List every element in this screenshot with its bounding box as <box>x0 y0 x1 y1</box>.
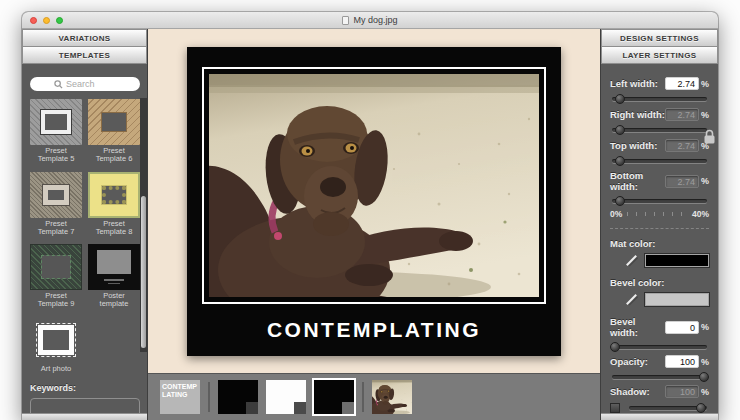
photo-layer-thumbnail <box>372 380 412 414</box>
left-width-slider[interactable] <box>612 97 707 101</box>
template-thumbnail <box>88 172 140 218</box>
template-search[interactable] <box>30 77 140 91</box>
bevel-color-label: Bevel color: <box>610 277 709 288</box>
tab-variations[interactable]: VARIATIONS <box>22 29 147 47</box>
search-input[interactable] <box>66 79 116 89</box>
template-scrollbar-track[interactable] <box>140 98 147 352</box>
shadow-checkbox[interactable] <box>610 403 620 413</box>
layer-text[interactable]: CONTEMP LATING <box>160 380 200 414</box>
app-window: My dog.jpg VARIATIONS TEMPLATES <box>22 12 718 420</box>
desktop: My dog.jpg VARIATIONS TEMPLATES <box>0 0 740 420</box>
right-width-value: 2.74 <box>665 108 699 121</box>
keywords-label: Keywords: <box>30 383 139 393</box>
template-thumbnail <box>30 99 82 145</box>
templates-panel: Preset Template 5 Preset Template 6 Pres… <box>22 64 147 412</box>
layer-photo[interactable] <box>372 380 412 414</box>
mat-color-swatch[interactable] <box>645 254 709 267</box>
search-icon <box>54 80 63 89</box>
shadow-value: 100 <box>665 385 699 398</box>
template-art-photo[interactable]: Art photo <box>30 317 82 373</box>
poster-caption[interactable]: CONTEMPLATING <box>202 304 546 356</box>
bevel-width-label: Bevel width: <box>610 316 665 338</box>
left-width-value[interactable]: 2.74 <box>665 77 699 90</box>
photo-inner-frame <box>202 67 546 304</box>
tab-templates[interactable]: TEMPLATES <box>22 46 147 64</box>
layers-strip: CONTEMP LATING <box>148 373 600 420</box>
layer-divider <box>362 382 364 412</box>
mat-color-label: Mat color: <box>610 238 709 249</box>
shadow-slider[interactable] <box>629 406 707 410</box>
settings-sidebar: DESIGN SETTINGS LAYER SETTINGS Left widt… <box>600 29 718 420</box>
template-preset-5[interactable]: Preset Template 5 <box>30 99 82 164</box>
tab-layer-settings[interactable]: LAYER SETTINGS <box>601 46 718 64</box>
lock-icon[interactable] <box>702 128 717 145</box>
template-thumbnail <box>30 172 82 218</box>
template-thumbnail <box>88 99 140 145</box>
template-thumbnail <box>30 317 82 363</box>
template-preset-9[interactable]: Preset Template 9 <box>30 244 82 309</box>
bottom-width-value: 2.74 <box>665 175 699 188</box>
layer-black-mat[interactable] <box>218 380 258 414</box>
editor-center: CONTEMPLATING CONTEMP LATING <box>148 29 600 420</box>
window-title-text: My dog.jpg <box>353 15 397 25</box>
bevel-color-swatch[interactable] <box>645 293 709 306</box>
top-width-slider[interactable] <box>612 159 707 163</box>
traffic-lights <box>30 17 63 24</box>
minimize-button[interactable] <box>43 17 50 24</box>
template-grid: Preset Template 5 Preset Template 6 Pres… <box>30 99 139 373</box>
dog-photo[interactable] <box>209 74 539 297</box>
template-preset-6[interactable]: Preset Template 6 <box>88 99 140 164</box>
width-range-scale: 0% 40% <box>610 209 709 219</box>
opacity-slider[interactable] <box>612 375 707 379</box>
top-width-label: Top width: <box>610 140 665 151</box>
window-bottom-edge <box>22 413 147 420</box>
bevel-width-slider[interactable] <box>612 345 707 349</box>
opacity-value[interactable]: 100 <box>665 355 699 368</box>
window-title: My dog.jpg <box>342 15 397 25</box>
edit-color-icon[interactable] <box>624 292 639 307</box>
edit-color-icon[interactable] <box>624 253 639 268</box>
close-button[interactable] <box>30 17 37 24</box>
bottom-width-label: Bottom width: <box>610 170 665 192</box>
template-poster[interactable]: Poster template <box>88 244 140 309</box>
template-preset-7[interactable]: Preset Template 7 <box>30 172 82 237</box>
left-width-label: Left width: <box>610 78 665 89</box>
template-thumbnail <box>88 244 140 290</box>
template-thumbnail <box>30 244 82 290</box>
bottom-width-slider[interactable] <box>612 199 707 203</box>
bevel-width-value[interactable]: 0 <box>665 321 699 334</box>
title-bar[interactable]: My dog.jpg <box>22 12 718 29</box>
template-preset-8[interactable]: Preset Template 8 <box>88 172 140 237</box>
poster-frame[interactable]: CONTEMPLATING <box>187 47 561 356</box>
window-bottom-edge <box>601 413 718 420</box>
right-width-label: Right width: <box>610 109 665 120</box>
document-icon <box>342 16 349 25</box>
scale-ticks <box>627 212 687 216</box>
canvas-area[interactable]: CONTEMPLATING <box>148 29 600 373</box>
tab-design-settings[interactable]: DESIGN SETTINGS <box>601 29 718 47</box>
shadow-label: Shadow: <box>610 386 665 397</box>
top-width-value: 2.74 <box>665 139 699 152</box>
layer-divider <box>208 382 210 412</box>
right-width-slider[interactable] <box>612 128 707 132</box>
layer-white-mat[interactable] <box>266 380 306 414</box>
template-scrollbar-thumb[interactable] <box>141 196 146 348</box>
templates-sidebar: VARIATIONS TEMPLATES Preset Template <box>22 29 148 420</box>
opacity-label: Opacity: <box>610 356 665 367</box>
layer-settings-panel: Left width: 2.74 % Right width: 2.74 % T… <box>601 64 718 412</box>
section-divider <box>610 228 709 229</box>
zoom-button[interactable] <box>56 17 63 24</box>
layer-black-mat-selected[interactable] <box>314 380 354 414</box>
